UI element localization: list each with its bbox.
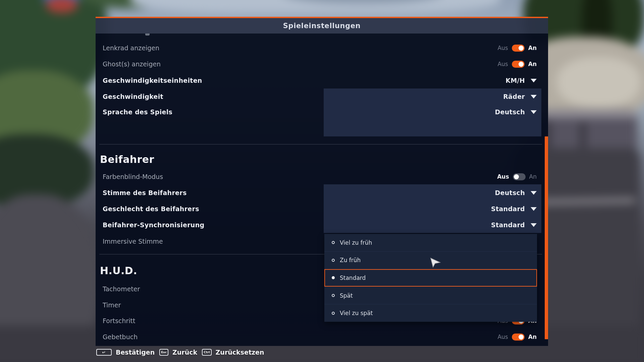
setting-row-sprache[interactable]: Sprache des Spiels Deutsch	[96, 104, 548, 120]
radio-icon	[332, 241, 335, 244]
setting-label: Lenkrad anzeigen	[103, 44, 159, 52]
dropdown-option[interactable]: Viel zu spät	[324, 304, 537, 322]
radio-icon	[332, 259, 335, 262]
section-divider	[99, 144, 542, 144]
hint-label: Zurück	[172, 349, 197, 356]
toggle-lenkrad[interactable]: Aus An	[497, 45, 537, 52]
chevron-down-icon	[531, 79, 537, 82]
radio-icon	[332, 294, 335, 297]
toggle-pill	[512, 45, 525, 52]
setting-row-schaden[interactable]: Schaden Aus An	[96, 345, 548, 346]
select-synchro[interactable]: Standard	[491, 221, 537, 229]
section-header-hud: H.U.D.	[100, 262, 137, 279]
select-geschwindigkeit[interactable]: Räder	[503, 93, 537, 100]
page-title: Spieleinstellungen	[283, 22, 361, 30]
dropdown-option[interactable]: Spät	[324, 287, 537, 304]
panel-titlebar: Spieleinstellungen	[96, 18, 548, 34]
setting-label: Beifahrer-Synchronisierung	[103, 221, 204, 229]
panel-scrollbar-thumb[interactable]	[545, 136, 548, 339]
setting-row-geschwindigkeit[interactable]: Geschwindigkeit Räder	[96, 88, 548, 105]
dropdown-option-label: Viel zu spät	[340, 310, 373, 316]
toggle-on-label: An	[528, 61, 537, 67]
enter-key-icon: ↵	[96, 349, 112, 356]
dropdown-option-selected[interactable]: Standard	[324, 269, 537, 287]
setting-row-stimme[interactable]: Stimme des Beifahrers Deutsch	[96, 185, 548, 201]
toggle-knob	[519, 62, 524, 67]
setting-label: Farbenblind-Modus	[103, 173, 163, 180]
setting-row-gebetbuch[interactable]: Gebetbuch Aus An	[96, 329, 548, 345]
mouse-cursor	[430, 257, 442, 269]
dropdown-option-label: Spät	[340, 292, 353, 299]
toggle-knob	[514, 174, 519, 179]
setting-label: Sprache des Spiels	[103, 108, 172, 116]
setting-row-synchro[interactable]: Beifahrer-Synchronisierung Standard	[96, 217, 548, 233]
chevron-down-icon	[531, 223, 537, 227]
hint-label: Zurücksetzen	[216, 349, 264, 356]
setting-row-farbenblind[interactable]: Farbenblind-Modus Aus An	[96, 169, 548, 185]
screen: Spieleinstellungen Lenkrad anzeigen Aus …	[0, 0, 644, 362]
hint-reset[interactable]: Ctrl Zurücksetzen	[202, 349, 264, 356]
setting-label: Tachometer	[103, 285, 140, 293]
setting-row-einheiten[interactable]: Geschwindigkeitseinheiten KM/H	[96, 72, 548, 88]
esc-key-icon: Esc	[159, 349, 168, 356]
select-value: Standard	[491, 205, 525, 213]
setting-label: Geschwindigkeitseinheiten	[103, 77, 202, 84]
radio-icon	[332, 312, 335, 315]
radio-selected-icon	[332, 276, 335, 279]
setting-row-lenkrad[interactable]: Lenkrad anzeigen Aus An	[96, 40, 548, 56]
setting-label: Geschwindigkeit	[103, 93, 163, 100]
ctrl-key-icon: Ctrl	[202, 349, 211, 356]
chevron-down-icon	[531, 110, 537, 114]
setting-label: Fortschritt	[103, 317, 136, 324]
toggle-knob	[519, 335, 524, 340]
footer-hints: ↵ Bestätigen Esc Zurück Ctrl Zurücksetze…	[96, 349, 264, 356]
setting-label: Geschlecht des Beifahrers	[103, 205, 199, 213]
dropdown-option[interactable]: Viel zu früh	[324, 234, 537, 251]
select-value: Standard	[491, 221, 525, 229]
toggle-pill	[512, 61, 525, 68]
chevron-down-icon	[531, 95, 537, 99]
select-geschlecht[interactable]: Standard	[491, 205, 537, 213]
sky-top-blob	[131, 0, 500, 13]
guardrail-post-blob	[580, 122, 586, 152]
hint-confirm[interactable]: ↵ Bestätigen	[96, 349, 155, 356]
select-value: Deutsch	[495, 189, 525, 196]
setting-label: Timer	[103, 301, 121, 309]
hint-label: Bestätigen	[116, 349, 155, 356]
dropdown-option-label: Standard	[340, 275, 366, 281]
select-value: Deutsch	[495, 108, 525, 116]
scrolled-row-remnant	[145, 34, 150, 36]
toggle-off-label: Aus	[497, 61, 508, 67]
select-einheiten[interactable]: KM/H	[505, 77, 537, 84]
select-stimme[interactable]: Deutsch	[495, 189, 537, 196]
toggle-on-label: An	[528, 45, 537, 51]
toggle-ghost[interactable]: Aus An	[497, 61, 537, 68]
dropdown-synchro-options: Viel zu früh Zu früh Standard Spät Viel …	[324, 234, 537, 322]
toggle-off-label: Aus	[497, 173, 509, 180]
toggle-off-label: Aus	[497, 334, 508, 340]
toggle-farbenblind[interactable]: Aus An	[497, 173, 537, 180]
balloon-red-blob	[46, 0, 77, 13]
setting-label: Immersive Stimme	[103, 238, 163, 245]
setting-label: Ghost(s) anzeigen	[103, 60, 161, 68]
toggle-pill	[512, 334, 525, 341]
dropdown-option-label: Viel zu früh	[340, 239, 372, 246]
setting-row-geschlecht[interactable]: Geschlecht des Beifahrers Standard	[96, 201, 548, 217]
select-value: Räder	[503, 93, 525, 100]
toggle-on-label: An	[529, 173, 537, 180]
toggle-knob	[519, 46, 524, 51]
panel-accent-bar	[96, 17, 548, 18]
settings-panel: Spieleinstellungen Lenkrad anzeigen Aus …	[96, 17, 548, 346]
dropdown-option-label: Zu früh	[340, 257, 361, 263]
section-header-beifahrer: Beifahrer	[100, 151, 154, 167]
toggle-pill	[513, 173, 526, 180]
toggle-off-label: Aus	[497, 45, 508, 51]
settings-content: Lenkrad anzeigen Aus An Ghost(s) anzeige…	[96, 34, 548, 346]
setting-label: Stimme des Beifahrers	[103, 189, 187, 196]
hint-back[interactable]: Esc Zurück	[159, 349, 197, 356]
select-sprache[interactable]: Deutsch	[495, 108, 537, 116]
toggle-gebetbuch[interactable]: Aus An	[497, 334, 537, 341]
toggle-on-label: An	[528, 334, 537, 340]
select-value: KM/H	[505, 77, 525, 84]
setting-row-ghost[interactable]: Ghost(s) anzeigen Aus An	[96, 56, 548, 72]
